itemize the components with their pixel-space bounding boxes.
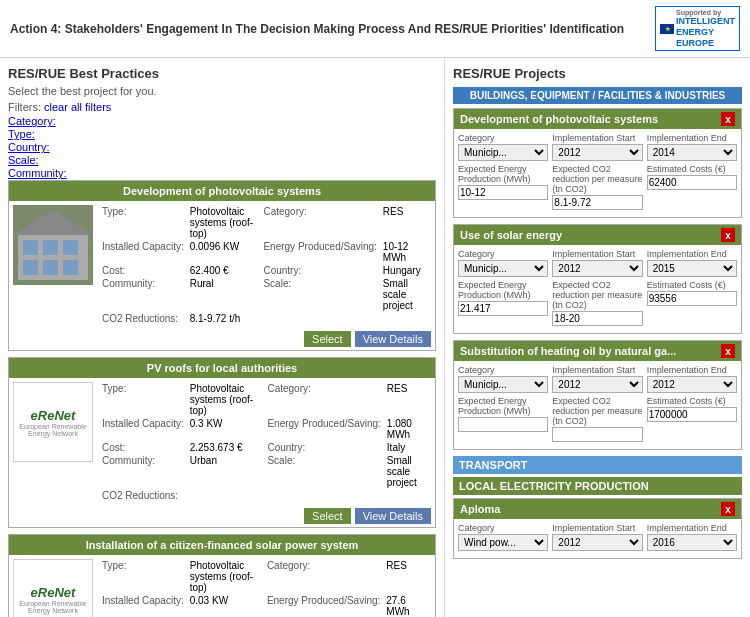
energy-label: Energy Produced/Saving: (264, 417, 383, 441)
category-select-3[interactable]: Municip... (458, 376, 548, 393)
est-cost-input-2[interactable] (647, 291, 737, 306)
project-card-1-actions: Select View Details (9, 329, 435, 350)
type-value: Photovoltaic systems (roof-top) (187, 559, 264, 594)
country-label: Country: (264, 441, 383, 454)
select-button-2[interactable]: Select (304, 508, 351, 524)
exp-energy-label: Expected Energy Production (MWh) (458, 280, 548, 300)
capacity-label: Installed Capacity: (99, 417, 187, 441)
capacity-value: 0.3 KW (187, 417, 265, 441)
est-cost-label: Estimated Costs (€) (647, 164, 737, 174)
impl-end-label: Implementation End (647, 523, 737, 533)
category-col-label: Category (458, 523, 548, 533)
scale-value: Small scale project (380, 277, 431, 312)
filter-scale-link[interactable]: Scale: (8, 154, 39, 166)
table-row: CO2 Reductions: (99, 489, 431, 502)
impl-end-col: Implementation End 2015 (647, 249, 737, 277)
est-cost-input-1[interactable] (647, 175, 737, 190)
energy-value: 10-12 MWh (380, 240, 431, 264)
project-card-2-table: Type: Photovoltaic systems (roof-top) Ca… (99, 382, 431, 502)
svg-rect-6 (43, 260, 58, 275)
exp-co2-input-1[interactable] (552, 195, 642, 210)
right-project-1-header: Development of photovoltaic systems x (454, 109, 741, 129)
filter-category-row: Category: (8, 115, 436, 127)
filter-category-link[interactable]: Category: (8, 115, 56, 127)
impl-end-select-2[interactable]: 2015 (647, 260, 737, 277)
logo-area: ★ Supported by INTELLIGENTENERGYEUROPE (655, 6, 740, 51)
impl-start-select-aploma[interactable]: 2012 (552, 534, 642, 551)
category-col: Category Municip... (458, 133, 548, 161)
right-project-2-row1: Category Municip... Implementation Start… (458, 249, 737, 277)
category-value: RES (380, 205, 431, 240)
est-cost-label: Estimated Costs (€) (647, 396, 737, 406)
project-card-3-body: eReNet European Renewable Energy Network… (9, 555, 435, 617)
table-row: Community: Rural Scale: Small scale proj… (99, 277, 431, 312)
close-project-1-button[interactable]: x (721, 112, 735, 126)
impl-end-select-aploma[interactable]: 2016 (647, 534, 737, 551)
close-project-3-button[interactable]: x (721, 344, 735, 358)
impl-end-select-1[interactable]: 2014 (647, 144, 737, 161)
close-project-2-button[interactable]: x (721, 228, 735, 242)
exp-co2-label: Expected CO2 reduction per measure (tn C… (552, 164, 642, 194)
right-project-3-title: Substitution of heating oil by natural g… (460, 345, 676, 357)
category-select-aploma[interactable]: Wind pow... (458, 534, 548, 551)
right-project-3: Substitution of heating oil by natural g… (453, 340, 742, 450)
project-card-1-header: Development of photovoltaic systems (9, 181, 435, 201)
category-col: Category Municip... (458, 365, 548, 393)
close-aploma-button[interactable]: x (721, 502, 735, 516)
filter-type-link[interactable]: Type: (8, 128, 35, 140)
exp-co2-input-2[interactable] (552, 311, 642, 326)
filters-label: Filters: (8, 101, 41, 113)
category-select-2[interactable]: Municip... (458, 260, 548, 277)
category-select-1[interactable]: Municip... (458, 144, 548, 161)
project-card-1-details: Type: Photovoltaic systems (roof-top) Ca… (99, 205, 431, 325)
filters-row: Filters: clear all filters (8, 101, 436, 113)
right-panel: RES/RUE Projects BUILDINGS, EQUIPMENT / … (445, 58, 750, 617)
exp-co2-label: Expected CO2 reduction per measure (tn C… (552, 396, 642, 426)
exp-energy-label: Expected Energy Production (MWh) (458, 396, 548, 416)
right-project-2-row2: Expected Energy Production (MWh) Expecte… (458, 280, 737, 326)
est-cost-input-3[interactable] (647, 407, 737, 422)
page-title: Action 4: Stakeholders' Engagement In Th… (10, 22, 624, 36)
cost-label: Cost: (99, 441, 187, 454)
select-button-1[interactable]: Select (304, 331, 351, 347)
view-details-button-1[interactable]: View Details (355, 331, 431, 347)
est-cost-col: Estimated Costs (€) (647, 396, 737, 442)
exp-energy-input-3[interactable] (458, 417, 548, 432)
svg-rect-7 (63, 260, 78, 275)
impl-start-select-3[interactable]: 2012 (552, 376, 642, 393)
table-row: Cost: 2.253.673 € Country: Italy (99, 441, 431, 454)
impl-start-select-1[interactable]: 2012 (552, 144, 642, 161)
country-label: Country: (260, 264, 379, 277)
filter-country-link[interactable]: Country: (8, 141, 50, 153)
impl-end-select-3[interactable]: 2012 (647, 376, 737, 393)
impl-start-select-2[interactable]: 2012 (552, 260, 642, 277)
right-project-3-row2: Expected Energy Production (MWh) Expecte… (458, 396, 737, 442)
community-value: Rural (187, 277, 261, 312)
energy-label: Energy Produced/Saving: (260, 240, 379, 264)
svg-rect-2 (23, 240, 38, 255)
clear-filters-link[interactable]: clear all filters (44, 101, 111, 113)
impl-end-col: Implementation End 2016 (647, 523, 737, 551)
exp-co2-input-3[interactable] (552, 427, 642, 442)
right-project-1-row1: Category Municip... Implementation Start… (458, 133, 737, 161)
filter-community-link[interactable]: Community: (8, 167, 67, 179)
est-cost-col: Estimated Costs (€) (647, 280, 737, 326)
filter-scale-row: Scale: (8, 154, 436, 166)
category-col-label: Category (458, 133, 548, 143)
filter-type-row: Type: (8, 128, 436, 140)
impl-end-label: Implementation End (647, 249, 737, 259)
intelligent-energy-logo: INTELLIGENTENERGYEUROPE (676, 16, 735, 48)
local-section-header: LOCAL ELECTRICITY PRODUCTION (453, 477, 742, 495)
scale-label: Scale: (260, 277, 379, 312)
view-details-button-2[interactable]: View Details (355, 508, 431, 524)
table-row: Installed Capacity: 0.0096 KW Energy Pro… (99, 240, 431, 264)
exp-energy-input-1[interactable]: 10-12 (458, 185, 548, 200)
exp-energy-input-2[interactable] (458, 301, 548, 316)
impl-end-col: Implementation End 2012 (647, 365, 737, 393)
category-label: Category: (264, 382, 383, 417)
logo-text-block: Supported by INTELLIGENTENERGYEUROPE (676, 9, 735, 48)
category-col-label: Category (458, 365, 548, 375)
supported-by-label: Supported by (676, 9, 735, 16)
exp-energy-col: Expected Energy Production (MWh) (458, 280, 548, 326)
aploma-project-title: Aploma (460, 503, 500, 515)
